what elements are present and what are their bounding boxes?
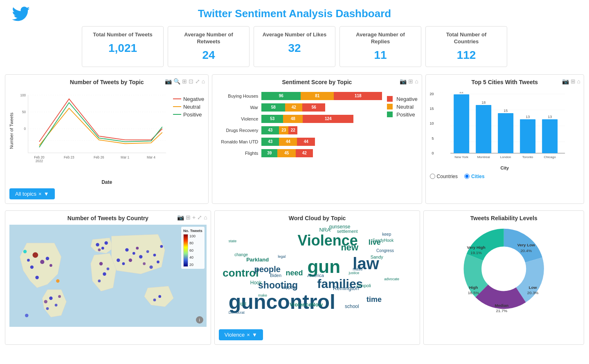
bar-group-war: 58 42 56 — [261, 103, 325, 112]
donut-chart-svg: Very Low 20.4% Low 20.3% Median 21.7% Hi… — [436, 220, 572, 318]
word-remington: Remington — [333, 285, 359, 291]
svg-text:13: 13 — [526, 115, 530, 119]
bar-label-buying-houses: Buying Houses — [216, 94, 261, 98]
filter-arrow-icon[interactable]: ▼ — [44, 191, 49, 197]
bar-label-ronaldo: Ronaldo Man UTD — [216, 139, 261, 144]
dashboard-title: Twitter Sentiment Analysis Dashboard — [0, 4, 589, 20]
word-cloud-container: guncontrol gun law Violence families con… — [219, 224, 416, 326]
bar-neutral-violence: 48 — [283, 115, 303, 123]
legend-val-20: 20 — [189, 263, 196, 267]
map-legend-values: 100 80 60 40 20 — [189, 234, 196, 267]
legend-val-40: 40 — [189, 255, 196, 259]
home-icon-c[interactable]: ⌂ — [577, 78, 580, 85]
stat-card-countries: Total Number of Countries 112 — [425, 26, 507, 67]
word-sandy: Sandy — [371, 255, 383, 259]
sentiment-bars: Buying Houses 96 81 118 War 58 42 56 — [216, 92, 382, 161]
word-violencenow: ViolenceNow — [290, 301, 323, 308]
sentiment-chart-title: Sentiment Score by Topic — [216, 79, 417, 85]
line-chart-panel: Number of Tweets by Topic 📷 🔍 ⊞ ⊡ ⤢ ⌂ Nu… — [5, 74, 209, 204]
svg-point-48 — [44, 300, 47, 303]
sentiment-chart-icons[interactable]: 📷 ⊞ ⌂ — [400, 78, 418, 85]
home-icon-m[interactable]: ⌂ — [204, 214, 207, 221]
box-icon[interactable]: ⊡ — [189, 78, 193, 85]
svg-text:22: 22 — [459, 92, 463, 94]
bar-negative-ronaldo: 44 — [297, 138, 315, 146]
map-container: No. Tweets 100 80 60 40 20 i — [9, 225, 207, 327]
grid-icon[interactable]: ⊞ — [182, 78, 187, 85]
svg-point-54 — [103, 272, 106, 275]
zoom-icon[interactable]: 🔍 — [173, 78, 180, 85]
svg-rect-32 — [542, 119, 558, 153]
map-panel-icons[interactable]: 📷 ⊞ + ⤢ ⌂ — [177, 214, 207, 221]
grid-icon-m[interactable]: ⊞ — [186, 214, 191, 221]
svg-point-42 — [56, 279, 59, 282]
expand-icon-m[interactable]: ⤢ — [197, 214, 202, 221]
bar-neutral-ronaldo: 44 — [279, 138, 297, 146]
camera-icon-c[interactable]: 📷 — [562, 78, 569, 85]
bar-positive: 96 — [261, 92, 301, 100]
bar-group-buying-houses: 96 81 118 — [261, 92, 382, 100]
line-chart-svg: 100 50 0 Feb 20 2022 Feb 23 Feb 26 Mar 1… — [9, 88, 170, 170]
legend-val-80: 80 — [189, 241, 196, 245]
word-sandyhook: SandyHook — [372, 238, 393, 243]
radio-cities-input[interactable] — [464, 174, 470, 179]
svg-text:Mar 4: Mar 4 — [147, 156, 155, 159]
camera-icon-s[interactable]: 📷 — [400, 78, 407, 85]
stat-label-tweets: Total Number of Tweets — [90, 31, 155, 38]
cities-bars-area: 22 New York 18 Montreal 15 London 13 Tor… — [436, 92, 580, 165]
x-axis-label-city: City — [430, 165, 580, 170]
violence-filter-x-icon[interactable]: × — [247, 332, 250, 338]
word-settlement: settlement — [337, 229, 358, 234]
word-need: need — [286, 269, 303, 277]
bar-neutral-drugs: 23 — [279, 126, 288, 134]
violence-filter-btn[interactable]: Violence × ▼ — [219, 329, 263, 340]
info-icon[interactable]: i — [196, 316, 203, 324]
map-legend-gradient — [183, 234, 188, 267]
legend-item-negative: Negative — [173, 96, 204, 102]
plus-icon-m[interactable]: + — [192, 214, 196, 221]
violence-filter-arrow-icon[interactable]: ▼ — [252, 332, 257, 338]
word-right: right — [238, 301, 246, 306]
svg-point-59 — [139, 255, 142, 258]
grid-icon-s[interactable]: ⊞ — [408, 78, 413, 85]
cities-chart-icons[interactable]: 📷 ⊞ ⌂ — [562, 78, 580, 85]
radio-countries-input[interactable] — [430, 174, 435, 179]
sentiment-negative-label: Negative — [396, 96, 417, 102]
camera-icon-m[interactable]: 📷 — [177, 214, 184, 221]
word-new: new — [341, 242, 358, 253]
svg-text:18: 18 — [481, 100, 486, 105]
svg-rect-29 — [520, 119, 535, 153]
legend-val-60: 60 — [189, 248, 196, 252]
bar-neutral-flights: 45 — [277, 149, 296, 157]
reliability-panel: Tweets Reliability Levels Very Low — [423, 210, 584, 345]
expand-icon[interactable]: ⤢ — [195, 78, 200, 85]
all-topics-filter-btn[interactable]: All topics × ▼ — [9, 188, 55, 199]
legend-item-neutral: Neutral — [173, 104, 204, 110]
neutral-line-icon — [173, 106, 181, 107]
svg-point-78 — [484, 249, 524, 289]
y-axis: 20 15 10 5 0 — [430, 92, 436, 163]
world-map-svg — [9, 225, 207, 327]
bar-group-ronaldo: 43 44 44 — [261, 138, 315, 146]
grid-icon-c[interactable]: ⊞ — [571, 78, 576, 85]
radio-countries[interactable]: Countries — [430, 174, 458, 179]
home-icon-s[interactable]: ⌂ — [415, 78, 418, 85]
word-hook: Hook — [250, 280, 262, 286]
camera-icon[interactable]: 📷 — [165, 78, 172, 85]
filter-x-icon[interactable]: × — [38, 191, 42, 197]
line-chart-icons[interactable]: 📷 🔍 ⊞ ⊡ ⤢ ⌂ — [165, 78, 205, 85]
positive-square-icon — [387, 112, 393, 117]
bar-group-violence: 53 48 124 — [261, 115, 353, 123]
home-icon[interactable]: ⌂ — [202, 78, 205, 85]
svg-text:Feb 23: Feb 23 — [64, 156, 74, 159]
svg-point-63 — [153, 254, 156, 257]
radio-cities[interactable]: Cities — [464, 174, 485, 179]
svg-text:New York: New York — [454, 155, 469, 159]
svg-point-40 — [27, 259, 30, 261]
word-time: time — [366, 295, 382, 304]
sentiment-legend-negative: Negative — [387, 96, 417, 102]
bar-row-drugs: Drugs Recovery 43 23 22 — [216, 126, 382, 134]
svg-text:Toronto: Toronto — [522, 155, 533, 159]
radio-countries-label: Countries — [437, 174, 458, 179]
bar-row-buying-houses: Buying Houses 96 81 118 — [216, 92, 382, 100]
